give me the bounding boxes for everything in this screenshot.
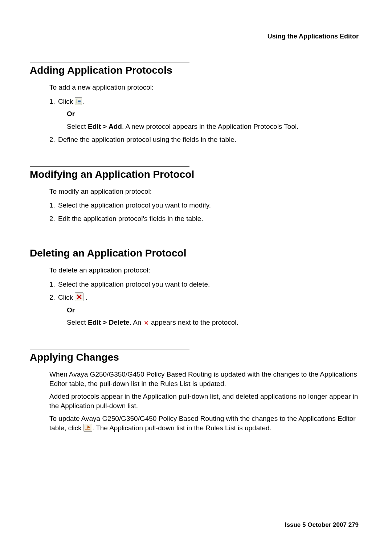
step-add-2: Define the application protocol using th… (49, 135, 362, 145)
paragraph: Added protocols appear in the Applicatio… (49, 392, 362, 410)
lead-adding: To add a new application protocol: (49, 83, 362, 92)
step-text: . A new protocol appears in the Applicat… (122, 123, 299, 130)
lead-modifying: To modify an application protocol: (49, 187, 362, 196)
menu-path: Edit > Delete (88, 319, 130, 326)
x-mark-icon (144, 321, 148, 325)
step-delete-1: Select the application protocol you want… (49, 279, 362, 290)
section-divider (30, 166, 189, 167)
or-label: Or (67, 109, 362, 119)
heading-deleting: Deleting an Application Protocol (30, 247, 362, 259)
step-text: . (82, 98, 84, 105)
step-modify-1: Select the application protocol you want… (49, 200, 362, 211)
heading-adding: Adding Application Protocols (30, 65, 362, 76)
add-icon (75, 97, 82, 105)
steps-modifying: Select the application protocol you want… (49, 200, 362, 224)
section-divider (30, 349, 189, 349)
document-page: Using the Applications Editor Adding App… (0, 0, 392, 554)
heading-applying: Applying Changes (30, 352, 362, 363)
menu-path: Edit > Add (88, 123, 122, 130)
steps-deleting: Select the application protocol you want… (49, 279, 362, 328)
paragraph-text: . The Application pull-down list in the … (92, 424, 271, 432)
apply-icon (83, 424, 92, 432)
step-text: Click (58, 98, 75, 105)
step-add-1: Click . Or Select Edit > Add. A new prot… (49, 97, 362, 132)
step-sub: Select Edit > Delete. An appears next to… (67, 317, 362, 328)
step-delete-2: Click . Or Select Edit > Delete. An appe… (49, 292, 362, 328)
paragraph: To update Avaya G250/G350/G450 Policy Ba… (49, 414, 362, 432)
delete-icon (75, 292, 83, 301)
or-label: Or (67, 305, 362, 316)
steps-adding: Click . Or Select Edit > Add. A new prot… (49, 97, 362, 145)
step-text: Select (67, 123, 88, 130)
section-divider (30, 245, 189, 245)
step-text: appears next to the protocol. (149, 319, 238, 326)
page-footer: Issue 5 October 2007 279 (285, 521, 359, 529)
heading-modifying: Modifying an Application Protocol (30, 169, 362, 180)
lead-deleting: To delete an application protocol: (49, 266, 362, 275)
running-header: Using the Applications Editor (30, 33, 359, 40)
step-text: Select (67, 319, 88, 326)
section-divider (30, 62, 189, 62)
step-text: . (83, 294, 87, 301)
paragraph: When Avaya G250/G350/G450 Policy Based R… (49, 370, 362, 388)
step-text: Click (58, 294, 75, 301)
step-text: . An (130, 319, 143, 326)
step-modify-2: Edit the application protocol's fields i… (49, 214, 362, 224)
step-sub: Select Edit > Add. A new protocol appear… (67, 122, 362, 132)
